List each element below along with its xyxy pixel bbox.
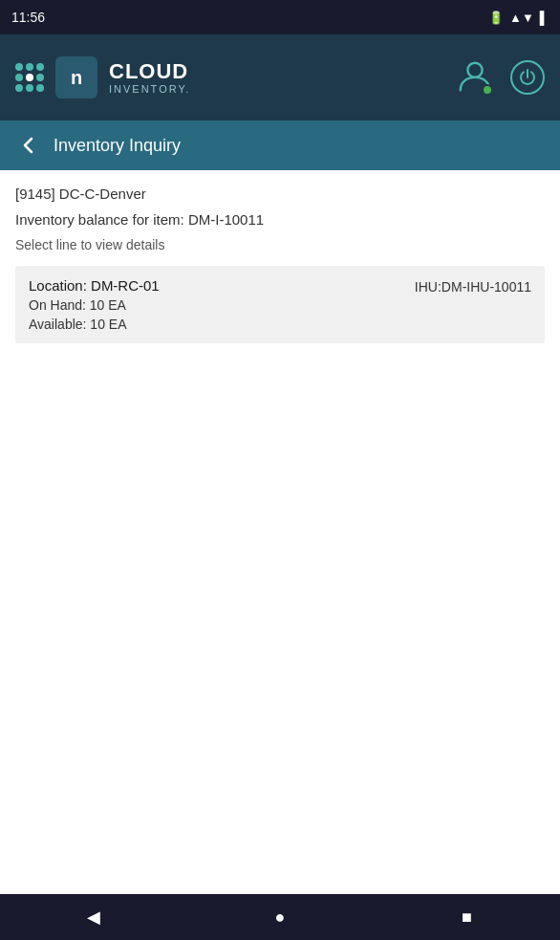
app-bar-right: [457, 57, 545, 98]
wifi-icon: ▲▼: [509, 11, 534, 25]
logo-letter: n: [71, 67, 82, 89]
inventory-left: Location: DM-RC-01 On Hand: 10 EA Availa…: [29, 277, 160, 332]
inventory-balance-text: Inventory balance for item: DM-I-10011: [15, 211, 545, 228]
bottom-nav: ◀ ● ■: [0, 894, 560, 940]
back-button[interactable]: [13, 130, 44, 161]
user-icon-wrap[interactable]: [457, 57, 493, 98]
logo-subtitle: INVENTORY.: [109, 83, 190, 95]
inventory-location: Location: DM-RC-01: [29, 277, 160, 294]
bottom-home-button[interactable]: ●: [251, 898, 309, 936]
status-time: 11:56: [11, 10, 45, 25]
battery-icon: 🔋: [488, 11, 504, 25]
location-subtitle: [9145] DC-C-Denver: [15, 186, 545, 202]
svg-point-0: [467, 63, 482, 77]
nav-bar: Inventory Inquiry: [0, 120, 560, 170]
inventory-available: Available: 10 EA: [29, 317, 160, 332]
app-bar: n CLOUD INVENTORY.: [0, 34, 560, 120]
status-icons: 🔋 ▲▼ ▌: [488, 11, 549, 25]
status-bar: 11:56 🔋 ▲▼ ▌: [0, 0, 560, 34]
bottom-back-button[interactable]: ◀: [65, 898, 122, 936]
signal-icon: ▌: [540, 11, 549, 25]
nav-title: Inventory Inquiry: [54, 136, 181, 156]
logo-box: n: [55, 56, 97, 98]
inventory-row[interactable]: Location: DM-RC-01 On Hand: 10 EA Availa…: [15, 266, 545, 343]
select-hint: Select line to view details: [15, 237, 545, 252]
power-button[interactable]: [510, 60, 545, 95]
app-bar-left: n CLOUD INVENTORY.: [15, 56, 190, 98]
logo-title: CLOUD: [109, 60, 190, 83]
bottom-square-button[interactable]: ■: [438, 898, 495, 936]
inventory-on-hand: On Hand: 10 EA: [29, 297, 160, 313]
inventory-ihu: IHU:DM-IHU-10011: [415, 277, 531, 295]
grid-menu-icon[interactable]: [15, 63, 44, 92]
content-area: [9145] DC-C-Denver Inventory balance for…: [0, 170, 560, 894]
online-status-dot: [482, 84, 493, 96]
logo-text: CLOUD INVENTORY.: [109, 60, 190, 95]
